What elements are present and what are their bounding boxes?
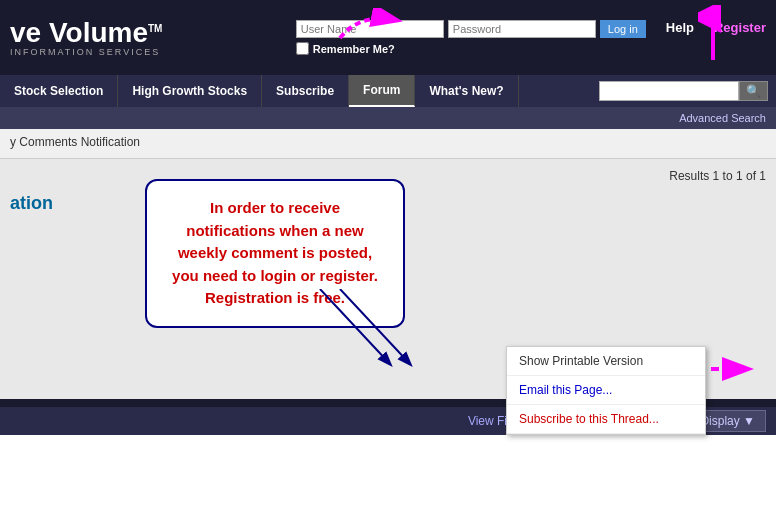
help-link[interactable]: Help [666, 20, 694, 55]
login-button[interactable]: Log in [600, 20, 646, 38]
display-label: Display [700, 414, 739, 428]
svg-line-2 [340, 289, 410, 364]
nav-item-stock-selection[interactable]: Stock Selection [0, 75, 118, 107]
remember-me-checkbox[interactable] [296, 42, 309, 55]
nav-item-forum[interactable]: Forum [349, 75, 415, 107]
thread-tools-dropdown: Show Printable Version Email this Page..… [506, 346, 706, 435]
bottom-toolbar: View First Unread Thread Tools ▼ Display… [0, 407, 776, 435]
svg-line-1 [320, 289, 390, 364]
navbar: Stock Selection High Growth Stocks Subsc… [0, 75, 776, 107]
remember-me-label: Remember Me? [313, 43, 395, 55]
logo-prefix: ve Volume [10, 17, 148, 48]
nav-search-button[interactable]: 🔍 [739, 81, 768, 101]
logo-text: ve VolumeTM [10, 19, 162, 47]
breadcrumb-area: y Comments Notification [0, 129, 776, 159]
advanced-search-bar: Advanced Search [0, 107, 776, 129]
header: ve VolumeTM INFORMATION SERVICES Log in … [0, 0, 776, 75]
magenta-arrow-2 [698, 5, 728, 65]
nav-search-input[interactable] [599, 81, 739, 101]
nav-item-whats-new[interactable]: What's New? [415, 75, 518, 107]
nav-item-subscribe[interactable]: Subscribe [262, 75, 349, 107]
dropdown-item-subscribe[interactable]: Subscribe to this Thread... [507, 405, 705, 434]
dropdown-item-email[interactable]: Email this Page... [507, 376, 705, 405]
magenta-arrow-1 [330, 8, 410, 43]
password-input[interactable] [448, 20, 596, 38]
blue-arrows [280, 289, 500, 369]
logo-tm: TM [148, 22, 162, 33]
logo-sub: INFORMATION SERVICES [10, 47, 162, 57]
dropdown-item-printable[interactable]: Show Printable Version [507, 347, 705, 376]
nav-item-high-growth[interactable]: High Growth Stocks [118, 75, 262, 107]
remember-me-row: Remember Me? [296, 42, 646, 55]
logo: ve VolumeTM INFORMATION SERVICES [10, 19, 162, 57]
breadcrumb: y Comments Notification [10, 135, 140, 149]
nav-search-area: 🔍 [591, 75, 776, 107]
advanced-search-link[interactable]: Advanced Search [679, 112, 766, 124]
